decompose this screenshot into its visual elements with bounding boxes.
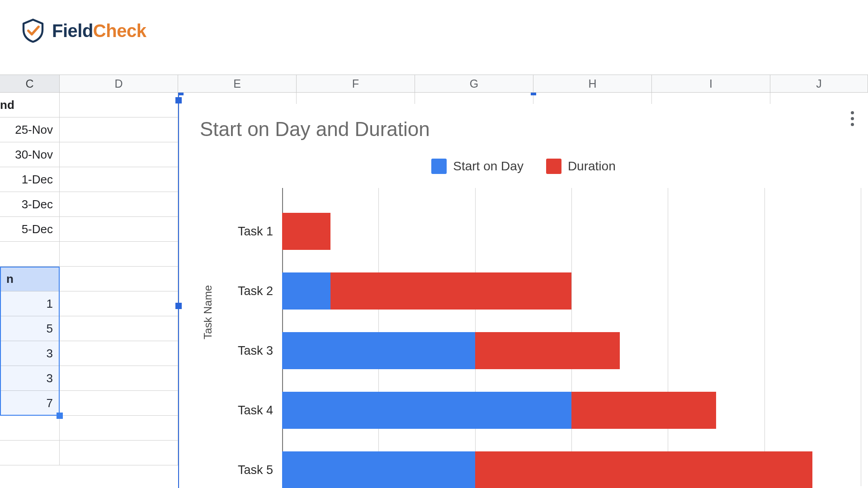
cell[interactable] <box>60 267 178 291</box>
bar-segment-start <box>282 451 475 488</box>
cell[interactable]: 5-Dec <box>0 217 60 241</box>
column-header-g[interactable]: G <box>415 75 533 92</box>
chart-bar-track: Task 1 <box>282 213 861 250</box>
selection-handle-br[interactable] <box>57 413 63 419</box>
cell[interactable] <box>60 441 178 465</box>
cell[interactable]: 3 <box>0 366 60 390</box>
cell[interactable] <box>60 192 178 216</box>
gridline <box>861 188 861 486</box>
kebab-dot-icon <box>851 117 854 120</box>
chart-top-tick-2 <box>531 93 536 95</box>
cell[interactable]: n <box>0 267 60 291</box>
chart-category-label: Task 2 <box>238 284 273 298</box>
cell[interactable]: 1-Dec <box>0 167 60 192</box>
chart-category-label: Task 1 <box>238 224 273 238</box>
logo-text-part-2: Check <box>93 21 146 41</box>
cell[interactable] <box>60 167 178 192</box>
cell[interactable] <box>60 341 178 366</box>
cell[interactable]: 25-Nov <box>0 117 60 142</box>
bar-segment-duration <box>571 392 716 429</box>
logo: FieldCheck <box>20 18 146 43</box>
cell[interactable] <box>60 117 178 142</box>
bar-segment-start <box>282 332 475 369</box>
column-header-f[interactable]: F <box>297 75 415 92</box>
bar-segment-duration <box>475 332 620 369</box>
column-header-i[interactable]: I <box>652 75 770 92</box>
cell[interactable]: 3 <box>0 341 60 366</box>
cell[interactable] <box>0 441 60 465</box>
column-header-h[interactable]: H <box>533 75 652 92</box>
column-header-j[interactable]: J <box>770 75 868 92</box>
legend-swatch-red <box>546 159 561 174</box>
cell[interactable] <box>60 316 178 341</box>
cell[interactable] <box>60 366 178 390</box>
chart-selection-line <box>178 93 179 488</box>
kebab-dot-icon <box>851 123 854 126</box>
chart-selection-top-handle[interactable] <box>175 97 182 103</box>
chart-bar-track: Task 2 <box>282 272 861 310</box>
cell[interactable]: 3-Dec <box>0 192 60 216</box>
cell[interactable]: 1 <box>0 291 60 316</box>
chart-y-axis-title: Task Name <box>202 285 214 339</box>
cell[interactable] <box>60 93 178 117</box>
column-header-d[interactable]: D <box>60 75 178 92</box>
column-header-c[interactable]: C <box>0 75 60 92</box>
legend-label-duration: Duration <box>568 159 616 174</box>
bar-segment-start <box>282 392 571 429</box>
cell[interactable]: 5 <box>0 316 60 341</box>
logo-text: FieldCheck <box>52 21 146 41</box>
chart-top-tick-1 <box>178 93 184 95</box>
chart-bar-track: Task 3 <box>282 332 861 369</box>
chart-menu-button[interactable] <box>843 108 861 129</box>
cell[interactable] <box>0 416 60 440</box>
cell[interactable] <box>0 242 60 266</box>
cell[interactable]: nd <box>0 93 60 117</box>
chart-title: Start on Day and Duration <box>200 118 430 141</box>
cell[interactable] <box>60 416 178 440</box>
chart-legend: Start on Day Duration <box>179 159 868 174</box>
cell[interactable]: 7 <box>0 391 60 415</box>
bar-segment-duration <box>475 451 813 488</box>
column-header-e[interactable]: E <box>178 75 297 92</box>
bar-segment-duration <box>282 213 330 250</box>
chart-category-label: Task 3 <box>238 343 273 357</box>
kebab-dot-icon <box>851 111 854 114</box>
chart-panel[interactable]: Start on Day and Duration Start on Day D… <box>179 104 868 488</box>
legend-swatch-blue <box>431 159 447 174</box>
chart-bar-track: Task 4 <box>282 392 861 429</box>
legend-item-duration: Duration <box>546 159 616 174</box>
chart-category-label: Task 4 <box>238 403 273 417</box>
bar-segment-start <box>282 272 330 310</box>
chart-bar-track: Task 5 <box>282 451 861 488</box>
cell[interactable] <box>60 391 178 415</box>
cell[interactable] <box>60 291 178 316</box>
column-headers: CDEFGHIJ <box>0 75 868 93</box>
shield-check-icon <box>20 18 46 43</box>
cell[interactable]: 30-Nov <box>0 142 60 167</box>
cell[interactable] <box>60 217 178 241</box>
legend-label-start: Start on Day <box>453 159 524 174</box>
chart-selection-mid-handle[interactable] <box>175 303 182 309</box>
cell[interactable] <box>60 142 178 167</box>
chart-category-label: Task 5 <box>238 463 273 477</box>
chart-plot-area: Task 1Task 2Task 3Task 4Task 5 <box>282 188 861 486</box>
logo-text-part-1: Field <box>52 21 93 41</box>
bar-segment-duration <box>330 272 571 310</box>
cell[interactable] <box>60 242 178 266</box>
legend-item-start: Start on Day <box>431 159 524 174</box>
